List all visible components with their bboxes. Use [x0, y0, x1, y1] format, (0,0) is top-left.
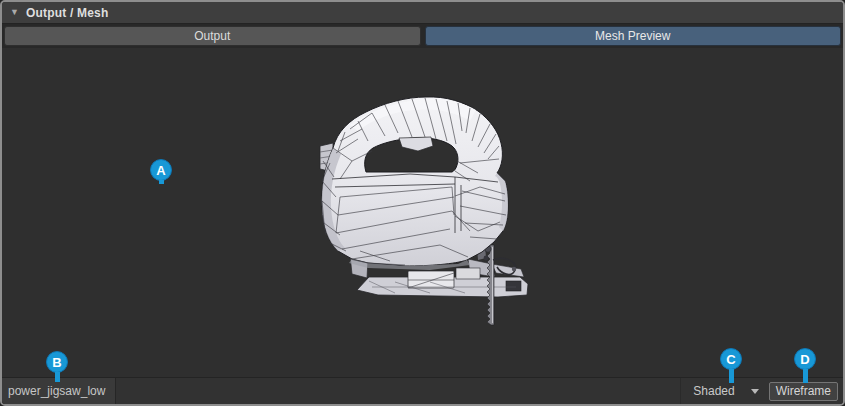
dropdown-arrow-icon	[751, 389, 759, 394]
mesh-preview-canvas	[2, 48, 843, 377]
foldout-triangle-icon[interactable]: ▼	[10, 8, 19, 17]
panel-title: Output / Mesh	[26, 6, 109, 20]
tab-bar: Output Mesh Preview	[2, 23, 843, 48]
jigsaw-mesh	[320, 97, 528, 325]
mesh-preview-viewport[interactable]: A	[2, 48, 843, 377]
shading-mode-value: Shaded	[693, 384, 734, 398]
tab-output[interactable]: Output	[4, 26, 421, 46]
mesh-name-label: power_jigsaw_low	[2, 378, 116, 404]
tab-mesh-preview[interactable]: Mesh Preview	[425, 26, 842, 46]
output-mesh-panel: ▼ Output / Mesh Output Mesh Preview	[0, 0, 845, 406]
panel-header: ▼ Output / Mesh	[2, 2, 843, 23]
wireframe-toggle[interactable]: Wireframe	[769, 382, 838, 401]
shading-mode-dropdown[interactable]: Shaded	[680, 378, 768, 404]
status-bar: power_jigsaw_low Shaded Wireframe	[2, 377, 843, 404]
